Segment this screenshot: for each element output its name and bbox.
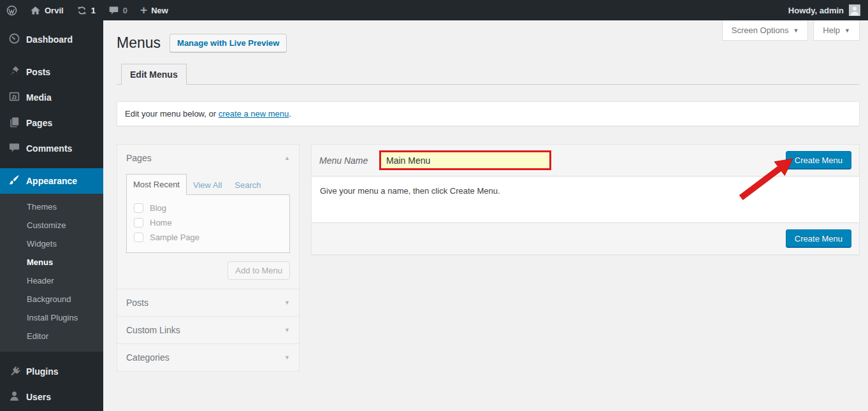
screen-options-button[interactable]: Screen Options ▼ xyxy=(722,20,809,41)
chevron-down-icon: ▼ xyxy=(793,27,799,34)
plugins-icon xyxy=(8,364,20,379)
tab-edit-menus[interactable]: Edit Menus xyxy=(121,64,187,85)
submenu-item-customize[interactable]: Customize xyxy=(0,216,103,234)
wordpress-logo-icon xyxy=(6,5,17,16)
media-icon xyxy=(8,90,20,105)
tab-most-recent[interactable]: Most Recent xyxy=(126,174,187,195)
new-content-menu[interactable]: + New xyxy=(134,0,175,20)
categories-panel: Categories ▼ xyxy=(117,343,300,371)
new-label: New xyxy=(151,6,168,15)
submenu-item-themes[interactable]: Themes xyxy=(0,198,103,216)
checkbox-sample-page[interactable] xyxy=(134,233,143,242)
posts-panel-header[interactable]: Posts ▼ xyxy=(117,289,299,316)
create-menu-button-bottom[interactable]: Create Menu xyxy=(786,229,851,248)
chevron-down-icon: ▼ xyxy=(844,27,850,34)
posts-panel: Posts ▼ xyxy=(117,289,300,317)
pages-panel-body: Most Recent View All Search Blog Ho xyxy=(117,171,299,289)
updates-count: 1 xyxy=(91,6,96,15)
submenu-item-install-plugins[interactable]: Install Plugins xyxy=(0,308,103,327)
main-content: Screen Options ▼ Help ▼ Menus Manage wit… xyxy=(103,20,868,411)
menu-name-input[interactable] xyxy=(381,152,549,168)
sidebar-item-dashboard[interactable]: Dashboard xyxy=(0,27,103,52)
comments-count: 0 xyxy=(123,6,127,15)
chevron-down-icon: ▼ xyxy=(284,354,290,361)
list-item: Home xyxy=(134,218,282,227)
sidebar-separator xyxy=(0,352,103,359)
submenu-item-editor[interactable]: Editor xyxy=(0,327,103,345)
submenu-item-background[interactable]: Background xyxy=(0,290,103,308)
sidebar-separator xyxy=(0,161,103,168)
sidebar-item-comments[interactable]: Comments xyxy=(0,136,103,161)
menu-editor-help: Give your menu a name, then click Create… xyxy=(312,177,859,222)
appearance-submenu: Themes Customize Widgets Menus Header Ba… xyxy=(0,194,103,352)
menu-editor-column: Menu Name Create Menu Give your menu a n… xyxy=(311,144,860,255)
sidebar-separator xyxy=(0,52,103,59)
chevron-up-icon: ▲ xyxy=(284,155,290,161)
pages-checklist: Blog Home Sample Page xyxy=(126,194,290,253)
tab-view-all[interactable]: View All xyxy=(187,175,228,195)
menu-editor-box: Menu Name Create Menu Give your menu a n… xyxy=(311,144,860,255)
nav-tabs: Edit Menus xyxy=(117,63,860,85)
pages-panel-tabs: Most Recent View All Search xyxy=(126,174,290,195)
list-item: Blog xyxy=(134,203,282,213)
my-account-menu[interactable]: Howdy, admin xyxy=(781,0,868,20)
chevron-down-icon: ▼ xyxy=(284,327,290,333)
menu-name-label: Menu Name xyxy=(319,155,373,166)
submenu-item-header[interactable]: Header xyxy=(0,271,103,290)
submenu-item-menus[interactable]: Menus xyxy=(0,253,103,271)
users-icon xyxy=(8,390,20,404)
list-item: Sample Page xyxy=(134,233,282,242)
site-name: Orvil xyxy=(45,6,64,15)
categories-panel-header[interactable]: Categories ▼ xyxy=(117,344,299,371)
menu-items-column: Pages ▲ Most Recent View All Search B xyxy=(117,144,300,371)
howdy-text: Howdy, admin xyxy=(788,6,844,15)
sidebar-item-plugins[interactable]: Plugins xyxy=(0,359,103,384)
checkbox-blog[interactable] xyxy=(134,203,143,213)
dashboard-icon xyxy=(8,32,20,47)
comments-icon xyxy=(8,141,20,155)
checkbox-home[interactable] xyxy=(134,218,143,227)
menu-name-row: Menu Name Create Menu xyxy=(312,145,859,177)
custom-links-panel-header[interactable]: Custom Links ▼ xyxy=(117,317,299,343)
help-button[interactable]: Help ▼ xyxy=(813,20,860,41)
add-to-menu-button[interactable]: Add to Menu xyxy=(228,261,290,280)
pages-panel-header[interactable]: Pages ▲ xyxy=(117,145,299,171)
submenu-item-widgets[interactable]: Widgets xyxy=(0,234,103,253)
sidebar-item-posts[interactable]: Posts xyxy=(0,59,103,85)
chevron-down-icon: ▼ xyxy=(284,299,290,306)
wordpress-logo-menu[interactable] xyxy=(0,0,24,20)
appearance-icon xyxy=(8,174,20,188)
sidebar-item-appearance[interactable]: Appearance xyxy=(0,168,103,194)
sidebar-item-pages[interactable]: Pages xyxy=(0,110,103,136)
manage-live-preview-button[interactable]: Manage with Live Preview xyxy=(170,34,287,52)
updates-menu[interactable]: 1 xyxy=(70,0,102,20)
admin-bar: Orvil 1 0 + New Howdy, admin xyxy=(0,0,868,20)
comments-menu[interactable]: 0 xyxy=(102,0,134,20)
site-name-menu[interactable]: Orvil xyxy=(24,0,70,20)
update-icon xyxy=(76,5,87,16)
create-menu-button-top[interactable]: Create Menu xyxy=(786,151,851,169)
pages-panel-title: Pages xyxy=(126,153,152,163)
wordpress-admin-page: Orvil 1 0 + New Howdy, admin xyxy=(0,0,868,411)
tab-search[interactable]: Search xyxy=(228,175,267,195)
comments-bubble-icon xyxy=(108,5,119,16)
pages-icon xyxy=(8,116,20,130)
pages-panel: Pages ▲ Most Recent View All Search B xyxy=(117,144,300,289)
page-title: Menus xyxy=(117,34,161,52)
home-icon xyxy=(30,5,41,16)
screen-meta-links: Screen Options ▼ Help ▼ xyxy=(722,20,860,41)
sidebar-item-media[interactable]: Media xyxy=(0,85,103,110)
annotation-highlight-box xyxy=(379,150,551,170)
plus-icon: + xyxy=(140,4,147,16)
custom-links-panel: Custom Links ▼ xyxy=(117,316,300,344)
posts-icon xyxy=(8,65,20,79)
avatar xyxy=(849,4,860,16)
menu-editor-footer: Create Menu xyxy=(312,222,859,254)
sidebar-item-users[interactable]: Users xyxy=(0,384,103,410)
create-new-menu-link[interactable]: create a new menu xyxy=(219,109,289,119)
admin-sidebar: Dashboard Posts Media Pages Comments xyxy=(0,20,103,411)
edit-menu-notice: Edit your menu below, or create a new me… xyxy=(117,101,860,126)
